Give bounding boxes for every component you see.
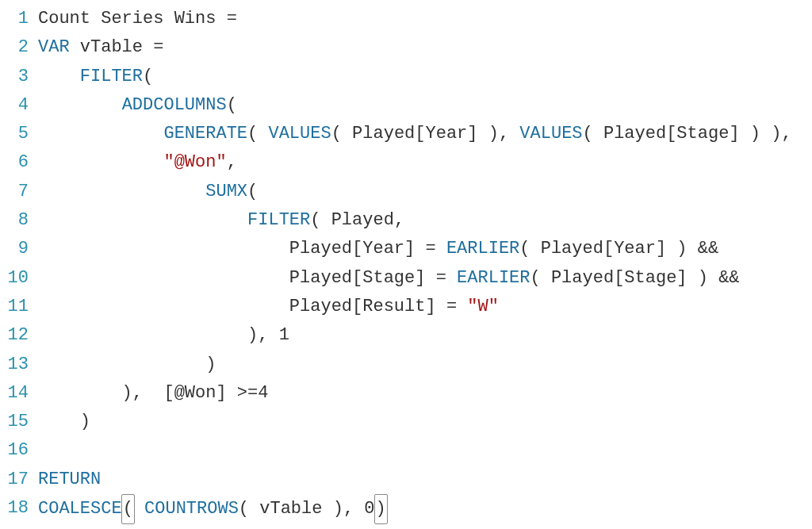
token-plain: vTable [70, 37, 154, 57]
token-str: "@Won" [163, 152, 226, 172]
code-line[interactable]: SUMX( [38, 178, 812, 206]
line-number-gutter: 123456789101112131415161718 [0, 5, 38, 523]
code-line[interactable]: GENERATE( VALUES( Played[Year] ), VALUES… [38, 120, 812, 148]
token-fn: EARLIER [457, 268, 530, 288]
token-plain [38, 152, 163, 172]
line-number: 6 [0, 148, 29, 177]
line-number: 2 [0, 33, 29, 62]
token-num: 0 [364, 499, 374, 519]
code-line[interactable]: Played[Year] = EARLIER( Played[Year] ) &… [38, 235, 812, 263]
token-kw: RETURN [38, 470, 101, 489]
code-line[interactable]: ) [38, 408, 812, 436]
line-number: 1 [0, 5, 29, 33]
token-plain: ( Played, [310, 210, 404, 230]
token-fn: FILTER [247, 210, 310, 230]
code-line[interactable]: ), 1 [38, 321, 812, 350]
token-plain: ( vTable ), [239, 499, 364, 519]
line-number: 7 [0, 178, 29, 206]
line-number: 3 [0, 63, 29, 91]
code-line[interactable]: RETURN [38, 466, 812, 494]
token-punct: ) [374, 494, 388, 524]
token-kw: VAR [38, 37, 70, 57]
line-number: 16 [0, 436, 29, 465]
line-number: 12 [0, 321, 29, 350]
token-fn: COUNTROWS [144, 499, 239, 519]
token-plain: ) [38, 355, 216, 374]
line-number: 18 [0, 494, 29, 523]
line-number: 13 [0, 351, 29, 379]
code-line[interactable]: Count Series Wins = [38, 5, 812, 33]
code-line[interactable]: ) [38, 351, 812, 379]
token-plain [38, 67, 80, 86]
token-fn: ADDCOLUMNS [122, 95, 227, 115]
token-plain: ( Played[Year] ) && [519, 239, 718, 259]
line-number: 14 [0, 379, 29, 408]
token-punct: = [153, 37, 163, 57]
token-plain: ) [38, 412, 90, 431]
token-str: "W" [467, 297, 499, 316]
token-plain [38, 95, 122, 115]
code-area[interactable]: Count Series Wins =VAR vTable = FILTER( … [38, 5, 812, 523]
token-num: 1 [279, 325, 289, 345]
line-number: 15 [0, 408, 29, 436]
token-plain: ( Played[Stage] ) ), [583, 124, 792, 144]
line-number: 4 [0, 91, 29, 120]
dax-code-editor[interactable]: 123456789101112131415161718 Count Series… [0, 0, 812, 529]
token-fn: SUMX [205, 182, 247, 201]
line-number: 8 [0, 206, 29, 235]
token-fn: FILTER [80, 67, 143, 86]
token-fn: COALESCE [38, 499, 122, 519]
line-number: 9 [0, 235, 29, 263]
token-punct: ( [121, 494, 135, 524]
token-plain: ), [@Won] >= [38, 383, 258, 403]
token-plain: Count Series Wins [38, 9, 227, 29]
code-line[interactable] [38, 436, 812, 465]
code-line[interactable]: Played[Stage] = EARLIER( Played[Stage] )… [38, 264, 812, 293]
code-line[interactable]: ), [@Won] >=4 [38, 379, 812, 408]
token-plain: ( Played[Stage] ) && [530, 268, 740, 288]
code-line[interactable]: ADDCOLUMNS( [38, 91, 812, 120]
token-fn: EARLIER [446, 239, 519, 259]
code-line[interactable]: VAR vTable = [38, 33, 812, 62]
token-fn: VALUES [268, 124, 331, 144]
token-plain [38, 440, 48, 460]
token-plain [38, 210, 247, 230]
line-number: 5 [0, 120, 29, 148]
token-plain: Played[Result] = [38, 297, 467, 316]
token-punct: ( [143, 67, 153, 86]
code-line[interactable]: Played[Result] = "W" [38, 293, 812, 321]
token-plain: ), [38, 325, 279, 345]
line-number: 17 [0, 466, 29, 494]
token-plain [134, 499, 144, 519]
token-punct: ( [247, 124, 268, 144]
token-punct: ( [227, 95, 237, 115]
line-number: 11 [0, 293, 29, 321]
token-plain: Played[Year] = [38, 239, 446, 259]
token-punct: ( [247, 182, 258, 201]
token-fn: GENERATE [163, 124, 247, 144]
token-plain: Played[Stage] = [38, 268, 457, 288]
token-plain: ( Played[Year] ), [331, 124, 520, 144]
token-punct: , [227, 152, 237, 172]
token-plain [38, 124, 163, 144]
code-line[interactable]: COALESCE( COUNTROWS( vTable ), 0) [38, 494, 812, 523]
code-line[interactable]: FILTER( Played, [38, 206, 812, 235]
code-line[interactable]: FILTER( [38, 63, 812, 91]
token-fn: VALUES [519, 124, 582, 144]
token-plain [38, 182, 205, 201]
token-num: 4 [258, 383, 268, 403]
line-number: 10 [0, 264, 29, 293]
token-punct: = [227, 9, 237, 29]
code-line[interactable]: "@Won", [38, 148, 812, 177]
